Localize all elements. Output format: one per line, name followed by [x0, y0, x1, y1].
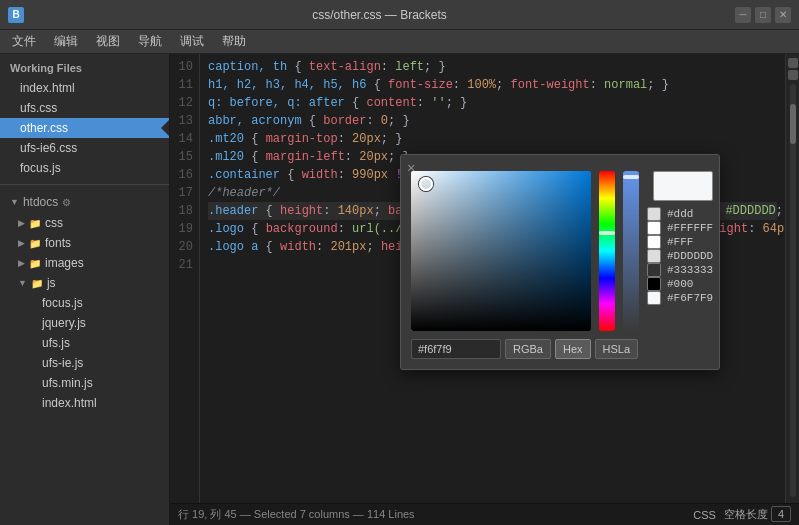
statusbar-position: 行 19, 列 45 — Selected 7 columns — 114 Li…	[178, 507, 681, 522]
nested-file-focus-js[interactable]: focus.js	[0, 293, 169, 313]
minimap-btn-2[interactable]	[788, 70, 798, 80]
sidebar-file-ufs-ie6-css[interactable]: ufs-ie6.css	[0, 138, 169, 158]
nested-file-ufs-min.js[interactable]: ufs.min.js	[0, 373, 169, 393]
menu-item-调试[interactable]: 调试	[172, 31, 212, 52]
swatch-row-000[interactable]: #000	[647, 277, 713, 291]
folder-images[interactable]: ▶ 📁 images	[0, 253, 169, 273]
hue-slider[interactable]	[599, 171, 615, 331]
swatch-label: #000	[667, 278, 693, 290]
line-num-13: 13	[178, 112, 193, 130]
titlebar-left: B	[8, 7, 24, 23]
working-files-list: index.htmlufs.cssother.cssufs-ie6.cssfoc…	[0, 78, 169, 178]
gradient-box[interactable]	[411, 171, 591, 331]
titlebar-controls: ─ □ ✕	[735, 7, 791, 23]
folder-js[interactable]: ▼ 📁 js	[0, 273, 169, 293]
swatch-box	[647, 235, 661, 249]
statusbar: 行 19, 列 45 — Selected 7 columns — 114 Li…	[170, 503, 799, 525]
language-indicator[interactable]: CSS	[693, 509, 716, 521]
minimize-button[interactable]: ─	[735, 7, 751, 23]
menubar: 文件编辑视图导航调试帮助	[0, 30, 799, 54]
line-num-15: 15	[178, 148, 193, 166]
menu-item-导航[interactable]: 导航	[130, 31, 170, 52]
cp-top: #ddd#FFFFFF#FFF#DDDDDD#333333#000#F6F7F9	[411, 171, 709, 331]
swatch-box	[647, 221, 661, 235]
code-line-11: h1, h2, h3, h4, h5, h6 { font-size: 100%…	[208, 76, 777, 94]
close-button[interactable]: ✕	[775, 7, 791, 23]
swatch-row-F6F7F9[interactable]: #F6F7F9	[647, 291, 713, 305]
line-numbers: 101112131415161718192021	[170, 54, 200, 503]
hue-thumb	[599, 231, 615, 235]
swatch-row-DDDDDD[interactable]: #DDDDDD	[647, 249, 713, 263]
right-minimap	[785, 54, 799, 503]
swatch-label: #333333	[667, 264, 713, 276]
cp-right: #ddd#FFFFFF#FFF#DDDDDD#333333#000#F6F7F9	[647, 171, 713, 331]
code-line-12: q: before, q: after { content: ''; }	[208, 94, 777, 112]
nested-file-index-html[interactable]: index.html	[0, 393, 169, 413]
sidebar-divider	[0, 184, 169, 185]
editor-area: 101112131415161718192021 caption, th { t…	[170, 54, 799, 525]
swatches-list: #ddd#FFFFFF#FFF#DDDDDD#333333#000#F6F7F9	[647, 207, 713, 305]
swatch-box	[647, 277, 661, 291]
sidebar-file-index-html[interactable]: index.html	[0, 78, 169, 98]
titlebar-title: css/other.css — Brackets	[312, 8, 447, 22]
swatch-box	[647, 263, 661, 277]
sidebar-file-focus-js[interactable]: focus.js	[0, 158, 169, 178]
swatch-label: #ddd	[667, 208, 693, 220]
app-icon: B	[8, 7, 24, 23]
opacity-slider[interactable]	[623, 171, 639, 331]
folder-fonts[interactable]: ▶ 📁 fonts	[0, 233, 169, 253]
swatch-box	[647, 291, 661, 305]
nested-file-jquery-js[interactable]: jquery.js	[0, 313, 169, 333]
scrollbar-thumb[interactable]	[790, 104, 796, 144]
current-color-box	[653, 171, 713, 201]
menu-item-视图[interactable]: 视图	[88, 31, 128, 52]
opacity-thumb	[623, 175, 639, 179]
htdocs-folder[interactable]: ▼ htdocs ⚙	[0, 191, 169, 213]
working-files-header: Working Files	[0, 54, 169, 78]
folder-tree: ▼ htdocs ⚙▶ 📁 css▶ 📁 fonts▶ 📁 images▼ 📁 …	[0, 191, 169, 413]
swatch-label: #FFFFFF	[667, 222, 713, 234]
sidebar-file-ufs-css[interactable]: ufs.css	[0, 98, 169, 118]
swatch-row-ddd[interactable]: #ddd	[647, 207, 713, 221]
hex-input[interactable]	[411, 339, 501, 359]
menu-item-帮助[interactable]: 帮助	[214, 31, 254, 52]
menu-item-编辑[interactable]: 编辑	[46, 31, 86, 52]
line-num-10: 10	[178, 58, 193, 76]
line-num-16: 16	[178, 166, 193, 184]
swatch-row-FFFFFF[interactable]: #FFFFFF	[647, 221, 713, 235]
line-num-12: 12	[178, 94, 193, 112]
nested-file-ufs-js[interactable]: ufs.js	[0, 333, 169, 353]
menu-item-文件[interactable]: 文件	[4, 31, 44, 52]
line-num-19: 19	[178, 220, 193, 238]
swatch-box	[647, 207, 661, 221]
space-indicator[interactable]: 空格长度 4	[724, 507, 791, 522]
rgba-btn[interactable]: RGBa	[505, 339, 551, 359]
line-num-21: 21	[178, 256, 193, 274]
statusbar-right: CSS 空格长度 4	[693, 507, 791, 522]
minimap-btn-1[interactable]	[788, 58, 798, 68]
nested-file-ufs-ie-js[interactable]: ufs-ie.js	[0, 353, 169, 373]
scrollbar-track[interactable]	[790, 84, 796, 497]
line-num-14: 14	[178, 130, 193, 148]
sidebar-file-other-css[interactable]: other.css	[0, 118, 169, 138]
swatch-label: #FFF	[667, 236, 693, 248]
swatch-row-333333[interactable]: #333333	[647, 263, 713, 277]
swatch-box	[647, 249, 661, 263]
sidebar: Working Files index.htmlufs.cssother.css…	[0, 54, 170, 525]
code-line-10: caption, th { text-align: left; }	[208, 58, 777, 76]
hsla-btn[interactable]: HSLa	[595, 339, 639, 359]
cp-cursor	[419, 177, 433, 191]
titlebar: B css/other.css — Brackets ─ □ ✕	[0, 0, 799, 30]
maximize-button[interactable]: □	[755, 7, 771, 23]
swatch-row-FFF[interactable]: #FFF	[647, 235, 713, 249]
folder-css[interactable]: ▶ 📁 css	[0, 213, 169, 233]
cp-bottom: RGBa Hex HSLa	[411, 339, 709, 359]
code-line-13: abbr, acronym { border: 0; }	[208, 112, 777, 130]
code-line-14: .mt20 { margin-top: 20px; }	[208, 130, 777, 148]
main-layout: Working Files index.htmlufs.cssother.css…	[0, 54, 799, 525]
code-container[interactable]: 101112131415161718192021 caption, th { t…	[170, 54, 799, 503]
indent-size[interactable]: 4	[771, 506, 791, 522]
line-num-20: 20	[178, 238, 193, 256]
hex-btn[interactable]: Hex	[555, 339, 591, 359]
swatch-label: #DDDDDD	[667, 250, 713, 262]
